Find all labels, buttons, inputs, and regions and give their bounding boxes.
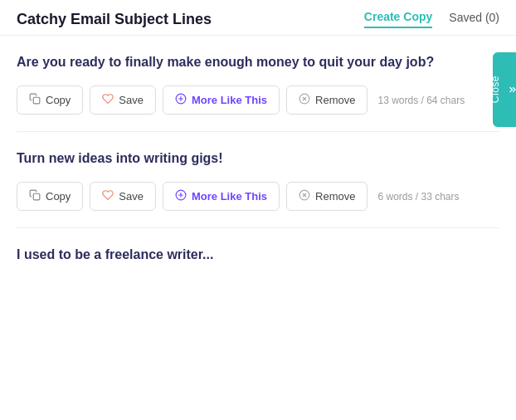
- x-circle-icon-2: [299, 189, 310, 203]
- remove-button-2[interactable]: Remove: [286, 182, 368, 211]
- heart-icon-2: [102, 189, 114, 203]
- save-button-1[interactable]: Save: [90, 85, 156, 115]
- result-text-1: Are you ready to finally make enough mon…: [17, 52, 499, 72]
- remove-label-1: Remove: [315, 94, 355, 106]
- tab-saved[interactable]: Saved (0): [449, 11, 499, 27]
- copy-icon-1: [29, 93, 41, 107]
- copy-label-1: Copy: [46, 94, 71, 106]
- more-like-this-label-1: More Like This: [192, 94, 267, 106]
- result-item-3: I used to be a freelance writer...: [17, 228, 499, 295]
- more-like-this-button-1[interactable]: More Like This: [163, 85, 280, 115]
- save-label-2: Save: [119, 190, 144, 203]
- result-item-2: Turn new ideas into writing gigs! Copy: [17, 132, 499, 228]
- word-count-1: 13 words / 64 chars: [377, 95, 465, 106]
- more-like-this-label-2: More Like This: [192, 190, 267, 203]
- svg-rect-7: [33, 193, 40, 200]
- copy-button-1[interactable]: Copy: [17, 85, 83, 115]
- svg-rect-0: [33, 97, 40, 104]
- close-panel-button[interactable]: Close: [493, 52, 516, 127]
- heart-icon-1: [102, 93, 114, 107]
- x-circle-icon-1: [299, 93, 310, 107]
- close-panel-icon: [506, 85, 516, 95]
- remove-label-2: Remove: [315, 190, 355, 203]
- copy-button-2[interactable]: Copy: [17, 182, 83, 211]
- header-tabs: Create Copy Saved (0): [364, 10, 499, 28]
- tab-create-copy[interactable]: Create Copy: [364, 10, 432, 28]
- remove-button-1[interactable]: Remove: [286, 85, 368, 115]
- more-like-this-button-2[interactable]: More Like This: [163, 182, 280, 211]
- copy-label-2: Copy: [46, 190, 71, 203]
- page-title: Catchy Email Subject Lines: [17, 11, 212, 28]
- save-label-1: Save: [119, 94, 144, 106]
- result-actions-2: Copy Save More Like This: [17, 182, 499, 211]
- plus-circle-icon-1: [175, 93, 187, 107]
- save-button-2[interactable]: Save: [90, 182, 156, 211]
- close-panel-label: Close: [489, 76, 501, 103]
- result-text-3: I used to be a freelance writer...: [17, 245, 499, 265]
- copy-icon-2: [29, 189, 41, 203]
- header: Catchy Email Subject Lines Create Copy S…: [0, 0, 516, 36]
- word-count-2: 6 words / 33 chars: [377, 191, 459, 203]
- result-actions-1: Copy Save More Like This: [17, 85, 499, 115]
- plus-circle-icon-2: [175, 189, 187, 203]
- content-area: Are you ready to finally make enough mon…: [0, 36, 516, 295]
- result-text-2: Turn new ideas into writing gigs!: [17, 149, 499, 168]
- result-item-1: Are you ready to finally make enough mon…: [17, 36, 499, 132]
